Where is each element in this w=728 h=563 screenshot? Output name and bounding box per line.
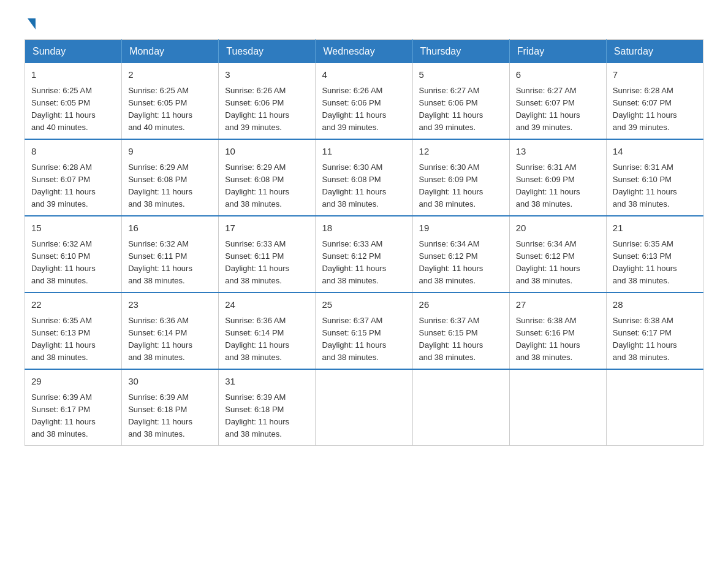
day-number: 4 <box>322 68 406 82</box>
day-number: 24 <box>225 298 309 312</box>
day-number: 22 <box>31 298 115 312</box>
calendar-cell: 28Sunrise: 6:38 AMSunset: 6:17 PMDayligh… <box>606 293 703 369</box>
day-info: Sunrise: 6:25 AMSunset: 6:05 PMDaylight:… <box>128 86 192 132</box>
day-info: Sunrise: 6:39 AMSunset: 6:18 PMDaylight:… <box>225 393 289 439</box>
day-info: Sunrise: 6:32 AMSunset: 6:10 PMDaylight:… <box>31 239 96 285</box>
calendar-cell: 26Sunrise: 6:37 AMSunset: 6:15 PMDayligh… <box>412 293 509 369</box>
week-row-3: 15Sunrise: 6:32 AMSunset: 6:10 PMDayligh… <box>25 216 703 293</box>
day-number: 2 <box>128 68 212 82</box>
day-info: Sunrise: 6:26 AMSunset: 6:06 PMDaylight:… <box>322 86 386 132</box>
day-info: Sunrise: 6:26 AMSunset: 6:06 PMDaylight:… <box>225 86 289 132</box>
day-number: 9 <box>128 145 212 159</box>
day-number: 20 <box>516 221 600 236</box>
day-info: Sunrise: 6:32 AMSunset: 6:11 PMDaylight:… <box>128 239 192 285</box>
calendar-cell: 21Sunrise: 6:35 AMSunset: 6:13 PMDayligh… <box>606 216 703 293</box>
day-info: Sunrise: 6:39 AMSunset: 6:18 PMDaylight:… <box>128 393 192 439</box>
day-info: Sunrise: 6:33 AMSunset: 6:12 PMDaylight:… <box>322 239 386 285</box>
day-number: 30 <box>128 375 212 389</box>
day-number: 12 <box>419 145 503 159</box>
header-monday: Monday <box>122 40 219 64</box>
calendar-cell: 18Sunrise: 6:33 AMSunset: 6:12 PMDayligh… <box>316 216 412 293</box>
day-number: 18 <box>322 221 406 236</box>
day-info: Sunrise: 6:34 AMSunset: 6:12 PMDaylight:… <box>419 239 483 285</box>
calendar-cell: 25Sunrise: 6:37 AMSunset: 6:15 PMDayligh… <box>316 293 412 369</box>
calendar-cell: 24Sunrise: 6:36 AMSunset: 6:14 PMDayligh… <box>219 293 316 369</box>
calendar-cell <box>509 369 606 446</box>
calendar-cell: 2Sunrise: 6:25 AMSunset: 6:05 PMDaylight… <box>122 63 219 139</box>
day-info: Sunrise: 6:38 AMSunset: 6:17 PMDaylight:… <box>613 316 677 362</box>
calendar-cell: 6Sunrise: 6:27 AMSunset: 6:07 PMDaylight… <box>509 63 606 139</box>
calendar-cell <box>412 369 509 446</box>
day-number: 5 <box>419 68 503 82</box>
day-info: Sunrise: 6:27 AMSunset: 6:07 PMDaylight:… <box>516 86 580 132</box>
calendar-cell: 29Sunrise: 6:39 AMSunset: 6:17 PMDayligh… <box>25 369 122 446</box>
page-header <box>25 18 703 27</box>
day-number: 3 <box>225 68 309 82</box>
day-info: Sunrise: 6:25 AMSunset: 6:05 PMDaylight:… <box>31 86 96 132</box>
calendar-cell: 15Sunrise: 6:32 AMSunset: 6:10 PMDayligh… <box>25 216 122 293</box>
day-number: 26 <box>419 298 503 312</box>
day-info: Sunrise: 6:29 AMSunset: 6:08 PMDaylight:… <box>128 163 192 209</box>
day-number: 6 <box>516 68 600 82</box>
calendar-table: SundayMondayTuesdayWednesdayThursdayFrid… <box>25 39 703 446</box>
calendar-cell: 13Sunrise: 6:31 AMSunset: 6:09 PMDayligh… <box>509 139 606 216</box>
calendar-cell: 16Sunrise: 6:32 AMSunset: 6:11 PMDayligh… <box>122 216 219 293</box>
day-number: 1 <box>31 68 115 82</box>
day-number: 14 <box>613 145 697 159</box>
day-number: 23 <box>128 298 212 312</box>
day-number: 21 <box>613 221 697 236</box>
calendar-cell: 11Sunrise: 6:30 AMSunset: 6:08 PMDayligh… <box>316 139 412 216</box>
day-info: Sunrise: 6:37 AMSunset: 6:15 PMDaylight:… <box>322 316 386 362</box>
calendar-header: SundayMondayTuesdayWednesdayThursdayFrid… <box>25 40 703 64</box>
day-number: 29 <box>31 375 115 389</box>
calendar-cell: 31Sunrise: 6:39 AMSunset: 6:18 PMDayligh… <box>219 369 316 446</box>
day-number: 8 <box>31 145 115 159</box>
calendar-cell: 17Sunrise: 6:33 AMSunset: 6:11 PMDayligh… <box>219 216 316 293</box>
day-info: Sunrise: 6:33 AMSunset: 6:11 PMDaylight:… <box>225 239 289 285</box>
header-saturday: Saturday <box>606 40 703 64</box>
header-wednesday: Wednesday <box>316 40 412 64</box>
week-row-1: 1Sunrise: 6:25 AMSunset: 6:05 PMDaylight… <box>25 63 703 139</box>
day-number: 28 <box>613 298 697 312</box>
day-number: 7 <box>613 68 697 82</box>
logo-triangle-icon <box>28 18 36 29</box>
day-info: Sunrise: 6:35 AMSunset: 6:13 PMDaylight:… <box>31 316 96 362</box>
week-row-5: 29Sunrise: 6:39 AMSunset: 6:17 PMDayligh… <box>25 369 703 446</box>
calendar-cell: 19Sunrise: 6:34 AMSunset: 6:12 PMDayligh… <box>412 216 509 293</box>
calendar-body: 1Sunrise: 6:25 AMSunset: 6:05 PMDaylight… <box>25 63 703 446</box>
day-info: Sunrise: 6:30 AMSunset: 6:09 PMDaylight:… <box>419 163 483 209</box>
day-info: Sunrise: 6:35 AMSunset: 6:13 PMDaylight:… <box>613 239 677 285</box>
calendar-cell: 30Sunrise: 6:39 AMSunset: 6:18 PMDayligh… <box>122 369 219 446</box>
day-info: Sunrise: 6:37 AMSunset: 6:15 PMDaylight:… <box>419 316 483 362</box>
week-row-2: 8Sunrise: 6:28 AMSunset: 6:07 PMDaylight… <box>25 139 703 216</box>
day-info: Sunrise: 6:39 AMSunset: 6:17 PMDaylight:… <box>31 393 96 439</box>
day-info: Sunrise: 6:38 AMSunset: 6:16 PMDaylight:… <box>516 316 580 362</box>
header-tuesday: Tuesday <box>219 40 316 64</box>
calendar-cell: 14Sunrise: 6:31 AMSunset: 6:10 PMDayligh… <box>606 139 703 216</box>
day-number: 11 <box>322 145 406 159</box>
day-info: Sunrise: 6:30 AMSunset: 6:08 PMDaylight:… <box>322 163 386 209</box>
day-info: Sunrise: 6:28 AMSunset: 6:07 PMDaylight:… <box>613 86 677 132</box>
logo <box>25 18 36 27</box>
week-row-4: 22Sunrise: 6:35 AMSunset: 6:13 PMDayligh… <box>25 293 703 369</box>
day-number: 10 <box>225 145 309 159</box>
calendar-cell: 7Sunrise: 6:28 AMSunset: 6:07 PMDaylight… <box>606 63 703 139</box>
calendar-cell: 1Sunrise: 6:25 AMSunset: 6:05 PMDaylight… <box>25 63 122 139</box>
calendar-cell <box>316 369 412 446</box>
calendar-cell: 5Sunrise: 6:27 AMSunset: 6:06 PMDaylight… <box>412 63 509 139</box>
calendar-cell: 23Sunrise: 6:36 AMSunset: 6:14 PMDayligh… <box>122 293 219 369</box>
day-info: Sunrise: 6:36 AMSunset: 6:14 PMDaylight:… <box>128 316 192 362</box>
day-number: 31 <box>225 375 309 389</box>
calendar-cell: 20Sunrise: 6:34 AMSunset: 6:12 PMDayligh… <box>509 216 606 293</box>
day-number: 16 <box>128 221 212 236</box>
calendar-cell: 4Sunrise: 6:26 AMSunset: 6:06 PMDaylight… <box>316 63 412 139</box>
day-number: 17 <box>225 221 309 236</box>
day-info: Sunrise: 6:27 AMSunset: 6:06 PMDaylight:… <box>419 86 483 132</box>
day-info: Sunrise: 6:28 AMSunset: 6:07 PMDaylight:… <box>31 163 96 209</box>
header-row: SundayMondayTuesdayWednesdayThursdayFrid… <box>25 40 703 64</box>
calendar-cell: 12Sunrise: 6:30 AMSunset: 6:09 PMDayligh… <box>412 139 509 216</box>
day-number: 13 <box>516 145 600 159</box>
calendar-cell: 27Sunrise: 6:38 AMSunset: 6:16 PMDayligh… <box>509 293 606 369</box>
day-info: Sunrise: 6:29 AMSunset: 6:08 PMDaylight:… <box>225 163 289 209</box>
day-info: Sunrise: 6:31 AMSunset: 6:09 PMDaylight:… <box>516 163 580 209</box>
